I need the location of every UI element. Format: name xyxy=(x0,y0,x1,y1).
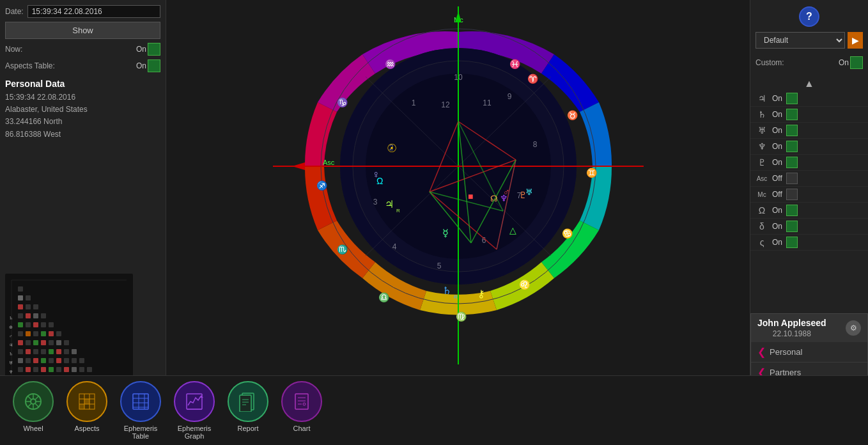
svg-text:☉: ☉ xyxy=(387,142,397,155)
svg-rect-56 xyxy=(79,367,84,372)
personal-data: Personal Data 15:39:34 22.08.2016 Alabas… xyxy=(5,79,160,141)
svg-rect-30 xyxy=(64,340,69,345)
svg-rect-39 xyxy=(18,358,23,363)
svg-rect-43 xyxy=(49,358,54,363)
now-row: Now: On xyxy=(5,43,160,56)
planet-value-chiron: On xyxy=(772,238,782,247)
arrow-button[interactable]: ▶ xyxy=(848,32,863,49)
svg-rect-0 xyxy=(5,274,133,382)
planet-toggle-delta[interactable] xyxy=(786,221,798,232)
planet-row-node[interactable]: Ω On xyxy=(750,203,868,219)
nav-report[interactable]: Report xyxy=(228,381,268,440)
svg-rect-31 xyxy=(18,349,23,354)
svg-rect-26 xyxy=(33,340,38,345)
svg-text:♃: ♃ xyxy=(385,199,394,210)
center-panel: 10 9 8 7 6 5 4 3 2 1 12 11 xyxy=(166,0,750,387)
svg-rect-19 xyxy=(26,331,31,336)
planet-toggle-pluto[interactable] xyxy=(786,157,798,168)
svg-rect-44 xyxy=(56,358,61,363)
svg-text:♏: ♏ xyxy=(337,244,348,255)
svg-rect-162 xyxy=(295,394,308,409)
planet-toggle-mc[interactable] xyxy=(786,189,798,200)
planet-row-uranus[interactable]: ♅ On xyxy=(750,123,868,139)
svg-rect-5 xyxy=(26,295,31,301)
svg-text:♐: ♐ xyxy=(316,180,328,191)
nav-ephemeris-graph-circle xyxy=(174,381,215,422)
planet-row-asc[interactable]: Asc Off xyxy=(750,171,868,187)
planet-value-pluto: On xyxy=(772,158,782,167)
planet-symbol-node: Ω xyxy=(756,205,768,215)
info-date: 22.10.1988 xyxy=(757,328,826,338)
planet-value-uranus: On xyxy=(772,126,782,135)
svg-rect-35 xyxy=(49,349,54,354)
planet-toggle-saturn[interactable] xyxy=(786,109,798,120)
collapse-arrow[interactable]: ▲ xyxy=(750,77,868,91)
nav-aspects[interactable]: Aspects xyxy=(66,381,107,440)
svg-rect-36 xyxy=(56,349,61,354)
planet-toggle-chiron[interactable] xyxy=(786,237,798,248)
planet-row-pluto[interactable]: ♇ On xyxy=(750,155,868,171)
wheel-icon xyxy=(23,391,43,412)
svg-text:☿: ☿ xyxy=(442,228,449,238)
planet-symbol-delta: δ xyxy=(756,221,768,231)
planet-value-delta: On xyxy=(772,222,782,231)
default-dropdown[interactable]: Default xyxy=(756,32,845,49)
planet-row-neptune[interactable]: ♆ On xyxy=(750,139,868,155)
svg-text:R: R xyxy=(454,294,458,300)
planet-toggle-neptune[interactable] xyxy=(786,141,798,152)
nav-wheel[interactable]: Wheel xyxy=(13,381,54,440)
svg-rect-13 xyxy=(18,322,23,327)
svg-line-140 xyxy=(27,403,31,407)
svg-text:♉: ♉ xyxy=(567,110,578,121)
svg-rect-45 xyxy=(64,358,69,363)
date-input[interactable] xyxy=(27,5,160,18)
svg-rect-54 xyxy=(64,367,69,372)
custom-toggle[interactable]: On xyxy=(839,56,863,69)
planet-toggle-node[interactable] xyxy=(786,205,798,216)
now-indicator xyxy=(148,43,160,56)
svg-rect-8 xyxy=(33,304,38,309)
nav-ephemeris-table[interactable]: EphemerisTable xyxy=(120,381,161,440)
now-toggle[interactable]: On xyxy=(136,43,160,56)
svg-text:♍: ♍ xyxy=(456,311,467,322)
svg-text:5: 5 xyxy=(437,262,441,270)
svg-rect-32 xyxy=(26,349,31,354)
nav-ephemeris-graph[interactable]: EphemerisGraph xyxy=(174,381,215,440)
svg-rect-33 xyxy=(33,349,38,354)
nav-chart[interactable]: Chart xyxy=(281,381,322,440)
planet-value-asc: Off xyxy=(772,174,782,183)
aspects-table-value: On xyxy=(136,61,146,70)
planet-row-delta[interactable]: δ On xyxy=(750,219,868,235)
svg-text:■: ■ xyxy=(468,191,473,201)
planet-row-jupiter[interactable]: ♃ On xyxy=(750,91,868,107)
planet-toggle-asc[interactable] xyxy=(786,173,798,184)
svg-text:♅: ♅ xyxy=(525,187,533,197)
svg-rect-158 xyxy=(240,395,251,412)
svg-rect-49 xyxy=(26,367,31,372)
planet-toggle-uranus[interactable] xyxy=(786,125,798,136)
svg-text:11: 11 xyxy=(483,98,492,107)
show-button[interactable]: Show xyxy=(5,22,160,39)
planet-row-mc[interactable]: Mc Off xyxy=(750,187,868,203)
svg-rect-21 xyxy=(41,331,46,336)
planet-value-neptune: On xyxy=(772,142,782,151)
planet-toggle-jupiter[interactable] xyxy=(786,93,798,104)
planet-row-saturn[interactable]: ♄ On xyxy=(750,107,868,123)
info-row-personal[interactable]: ❮ Personal xyxy=(751,342,867,363)
svg-rect-15 xyxy=(33,322,38,327)
svg-point-166 xyxy=(303,403,306,405)
svg-rect-154 xyxy=(187,394,202,409)
svg-rect-55 xyxy=(72,367,77,372)
svg-rect-51 xyxy=(41,367,46,372)
svg-rect-28 xyxy=(49,340,54,345)
bottom-bar: Wheel Aspects xyxy=(0,387,868,445)
gear-button[interactable]: ⚙ xyxy=(846,320,861,336)
svg-rect-9 xyxy=(18,313,23,318)
planet-row-chiron[interactable]: ς On xyxy=(750,235,868,251)
info-name-container: John Appleseed 22.10.1988 xyxy=(757,318,826,338)
aspects-table-indicator xyxy=(148,59,160,72)
help-button[interactable]: ? xyxy=(799,6,819,27)
svg-text:♆: ♆ xyxy=(9,370,13,374)
aspects-table-toggle[interactable]: On xyxy=(136,59,160,72)
ephemeris-table-icon xyxy=(130,391,151,412)
